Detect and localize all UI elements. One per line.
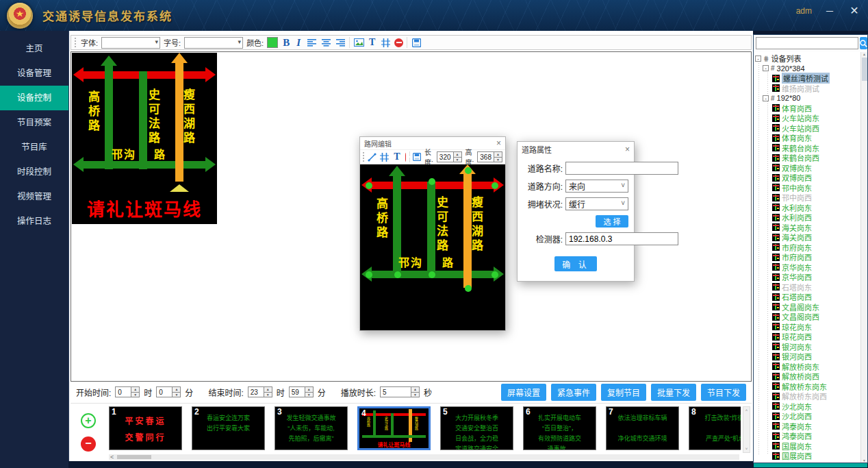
tree-device-1-21[interactable]: 文昌阁岗西 [754, 312, 860, 322]
tree-device-1-4[interactable]: 来鹤台岗东 [754, 143, 860, 153]
playlist-vertical-scrollbar[interactable]: ˄ ˅ [743, 406, 750, 453]
step-down-icon[interactable]: ▼ [131, 393, 139, 397]
minimize-icon[interactable]: ─ [823, 5, 837, 16]
tree-device-1-25[interactable]: 银河岗西 [754, 352, 860, 362]
step-up-icon[interactable]: ▲ [454, 152, 461, 158]
delete-tool-icon[interactable] [405, 153, 406, 162]
end-minute-stepper[interactable]: 59 ▲▼ [289, 386, 314, 397]
playlist-item-5[interactable]: 5大力开展秋冬季 交通安全整治百 日会战，全力稳 定道路交通安全 形势！ [440, 406, 513, 450]
panel-bottom-scrollbar[interactable] [754, 463, 867, 467]
scroll-left-icon[interactable]: < [110, 454, 114, 460]
tree-device-1-28[interactable]: 解放桥东岗东 [754, 382, 860, 392]
road-tool-icon[interactable] [380, 151, 389, 162]
end-hour-stepper[interactable]: 23 ▲▼ [248, 386, 272, 397]
tree-device-1-0[interactable]: 体育岗西 [754, 103, 860, 114]
batch-send-button[interactable]: 批量下发 [651, 384, 696, 401]
tree-device-1-17[interactable]: 京华岗西 [754, 272, 860, 282]
font-size-select[interactable] [184, 37, 243, 49]
tree-device-1-5[interactable]: 来鹤台岗西 [754, 153, 860, 163]
tree-device-1-24[interactable]: 银河岗东 [754, 342, 860, 352]
duration-stepper[interactable]: 5 ▲▼ [380, 386, 420, 397]
color-swatch[interactable] [267, 37, 278, 48]
tree-device-1-33[interactable]: 鸿泰岗西 [754, 431, 860, 441]
tree-device-1-18[interactable]: 石塔岗东 [754, 282, 860, 293]
tree-device-1-20[interactable]: 文昌阁岗东 [754, 302, 860, 312]
step-up-icon[interactable]: ▲ [264, 387, 272, 393]
playlist-item-7[interactable]: 7依法治理非标车辆 净化城市交通环境 [606, 406, 679, 450]
playlist-item-2[interactable]: 2春运安全连万家 出行平安靠大家 [192, 406, 265, 450]
tree-device-1-11[interactable]: 水利岗西 [754, 212, 860, 223]
playlist-horizontal-scrollbar[interactable]: < [109, 454, 739, 460]
align-left-icon[interactable] [306, 37, 317, 48]
delete-tool-icon[interactable] [394, 38, 403, 47]
detector-input[interactable] [565, 232, 678, 245]
scroll-up-icon[interactable]: ˄ [745, 408, 748, 412]
road-node-handle[interactable] [366, 182, 372, 189]
scrollbar-thumb[interactable] [862, 58, 867, 81]
scroll-up-icon[interactable]: ▲ [863, 52, 866, 56]
road-tool-icon[interactable] [380, 37, 391, 48]
step-down-icon[interactable]: ▼ [264, 393, 272, 397]
screen-settings-button[interactable]: 屏幕设置 [501, 384, 546, 401]
tree-scrollbar[interactable]: ▲ ▼ [860, 52, 867, 463]
sidebar-item-program-plan[interactable]: 节目预案 [0, 110, 68, 135]
step-up-icon[interactable]: ▲ [173, 387, 180, 393]
sidebar-item-device-control[interactable]: 设备控制 [0, 86, 68, 110]
tree-device-1-34[interactable]: 国展岗东 [754, 441, 860, 452]
tree-device-1-22[interactable]: 琼花岗东 [754, 322, 860, 332]
remove-item-button[interactable]: − [81, 436, 96, 452]
road-name-input[interactable] [565, 162, 678, 175]
road-node-handle[interactable] [429, 271, 435, 278]
tree-device-1-30[interactable]: 沙北岗东 [754, 402, 860, 412]
step-down-icon[interactable]: ▼ [454, 158, 461, 162]
tree-device-1-19[interactable]: 石塔岗西 [754, 292, 860, 302]
tree-device-1-12[interactable]: 海关岗东 [754, 223, 860, 233]
device-search-input[interactable] [756, 37, 858, 49]
select-button[interactable]: 选 择 [596, 215, 628, 227]
scroll-down-icon[interactable]: ˅ [745, 447, 748, 451]
road-node-handle[interactable] [465, 167, 472, 174]
tree-device-1-6[interactable]: 双博岗东 [754, 163, 860, 173]
italic-button[interactable]: I [294, 37, 303, 49]
sidebar-item-home[interactable]: 主页 [0, 36, 68, 61]
tree-device-1-32[interactable]: 鸿泰岗东 [754, 421, 860, 432]
playlist-item-6[interactable]: 6扎实开展电动车 “百日整治”， 有效预防道路交 通事故。 [523, 406, 596, 450]
emergency-event-button[interactable]: 紧急事件 [551, 384, 596, 401]
search-button[interactable] [860, 37, 867, 49]
tree-expander-icon[interactable]: - [763, 95, 769, 101]
line-tool-icon[interactable] [368, 151, 376, 162]
step-down-icon[interactable]: ▼ [305, 393, 313, 397]
tree-device-1-14[interactable]: 市府岗东 [754, 243, 860, 253]
playlist-item-1[interactable]: 1平安春运 交警同行 [109, 406, 182, 450]
tree-device-1-3[interactable]: 体育岗东 [754, 133, 860, 143]
scroll-down-icon[interactable]: ▼ [863, 458, 866, 463]
tree-device-1-2[interactable]: 火车站岗西 [754, 123, 860, 134]
dialog-titlebar[interactable]: 道路属性 × [518, 142, 634, 157]
sidebar-item-video-management[interactable]: 视频管理 [0, 184, 68, 209]
tree-device-label[interactable]: 维扬岗测试 [782, 83, 819, 94]
text-tool-button[interactable]: T [392, 151, 401, 162]
sidebar-item-operation-log[interactable]: 操作日志 [0, 209, 68, 234]
close-icon[interactable]: × [625, 145, 630, 154]
tree-device-0-0[interactable]: 螺丝湾桥测试 [754, 73, 860, 84]
align-center-icon[interactable] [320, 37, 331, 48]
height-stepper[interactable]: 368 ▲▼ [477, 151, 502, 162]
save-icon[interactable] [411, 37, 422, 48]
tree-device-1-16[interactable]: 京华岗东 [754, 262, 860, 273]
step-down-icon[interactable]: ▼ [494, 158, 502, 162]
tree-device-1-1[interactable]: 火车站岗东 [754, 113, 860, 123]
road-node-handle[interactable] [366, 271, 372, 278]
step-up-icon[interactable]: ▲ [411, 387, 419, 393]
copy-program-button[interactable]: 复制节目 [601, 384, 646, 401]
tree-expander-icon[interactable]: - [763, 65, 769, 71]
sidebar-item-time-control[interactable]: 时段控制 [0, 160, 68, 184]
tree-device-1-27[interactable]: 解放桥岗西 [754, 371, 860, 382]
tree-group-0[interactable]: -#320*384 [754, 64, 860, 74]
close-icon[interactable]: × [496, 138, 501, 148]
tree-device-1-13[interactable]: 海关岗西 [754, 232, 860, 243]
close-icon[interactable]: ✕ [847, 4, 861, 17]
start-minute-stepper[interactable]: 0 ▲▼ [156, 386, 181, 397]
playlist-item-4[interactable]: 4高桥路史可法路瘦西湖路请礼让斑马线 [357, 406, 431, 450]
led-sign-preview[interactable]: 高桥路 史可法路 瘦西湖路 邗沟 路 请礼让斑马线 [72, 53, 217, 224]
tree-device-1-23[interactable]: 琼花岗西 [754, 332, 860, 342]
